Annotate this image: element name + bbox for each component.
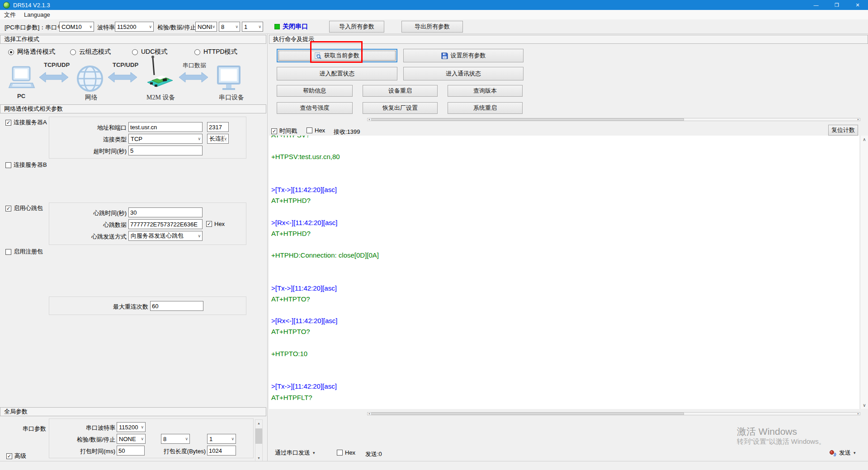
- panel-divider: [267, 34, 268, 461]
- terminal-line: [271, 239, 859, 250]
- conn-type-select[interactable]: TCP∨: [128, 134, 203, 144]
- heartbeat-hex-checkbox[interactable]: ✓ Hex: [206, 221, 225, 227]
- server-a-checkbox[interactable]: ✓ 连接服务器A: [5, 118, 47, 127]
- minimize-button[interactable]: —: [806, 0, 826, 10]
- scroll-left-icon[interactable]: ◄: [368, 118, 370, 121]
- mode-radio-cloud[interactable]: 云组态模式: [70, 48, 111, 56]
- send-hex-checkbox[interactable]: Hex: [337, 449, 355, 456]
- terminal-hscrollbar-bottom[interactable]: ◄ ►: [367, 412, 860, 415]
- server-a-address-input[interactable]: [128, 122, 203, 132]
- scroll-up-icon[interactable]: ∧: [860, 137, 868, 142]
- heartbeat-data-input[interactable]: [128, 219, 203, 229]
- device-restart-button[interactable]: 设备重启: [363, 85, 438, 97]
- terminal-view[interactable]: AT+HTPSV?+HTPSV:test.usr.cn,80>[Tx->][11…: [269, 136, 859, 409]
- parity-select[interactable]: NONI∨: [195, 22, 217, 32]
- mode-radio-httpd[interactable]: HTTPD模式: [194, 48, 237, 56]
- scrollbar-thumb[interactable]: [371, 413, 684, 415]
- chevron-down-icon: ∨: [185, 437, 188, 441]
- chevron-down-icon: ∨: [198, 136, 201, 141]
- scroll-left-icon[interactable]: ◄: [368, 412, 370, 415]
- send-button[interactable]: 发送 ▾: [829, 449, 856, 457]
- addr-port-label: 地址和端口: [68, 124, 127, 132]
- serial-port-label: [PC串口参数]：串口号: [5, 24, 63, 32]
- register-packet-checkbox[interactable]: 启用注册包: [5, 248, 43, 256]
- diagram-arrow3-label: 串口数据: [183, 61, 206, 70]
- terminal-vscrollbar[interactable]: ∧ ∨: [860, 136, 868, 409]
- scroll-up-icon[interactable]: ▲: [255, 420, 262, 427]
- scrollbar-thumb[interactable]: [371, 118, 684, 121]
- global-parity-label: 检验/数据/停止: [59, 436, 115, 444]
- heartbeat-mode-select[interactable]: 向服务器发送心跳包∨: [128, 231, 203, 241]
- mode-radio-net-passthrough[interactable]: 网络透传模式: [8, 48, 55, 56]
- left-panel-scrollbar[interactable]: ▲ ▼: [255, 419, 263, 462]
- stopbits-select[interactable]: 1∨: [242, 22, 263, 32]
- pack-len-input[interactable]: [207, 446, 236, 456]
- baud-select[interactable]: 115200∨: [115, 22, 154, 32]
- pack-time-input[interactable]: [117, 446, 145, 456]
- set-all-params-button[interactable]: 设置所有参数: [403, 49, 524, 62]
- conn-type-label: 连接类型: [68, 136, 127, 144]
- scroll-down-icon[interactable]: ∨: [860, 403, 868, 408]
- server-a-port-input[interactable]: [207, 122, 229, 132]
- scroll-down-icon[interactable]: ▼: [255, 455, 262, 461]
- terminal-line: AT+HTPHD?: [271, 228, 859, 239]
- scroll-right-icon[interactable]: ►: [857, 412, 859, 415]
- global-parity-select[interactable]: NONE∨: [117, 434, 146, 444]
- send-via-serial-dropdown[interactable]: 通过串口发送 ▾: [275, 449, 315, 457]
- terminal-line: [271, 261, 859, 272]
- scroll-right-icon[interactable]: ►: [857, 118, 859, 121]
- com-port-select[interactable]: COM10∨: [59, 22, 94, 32]
- radio-icon: [8, 49, 14, 55]
- enter-comm-state-button[interactable]: 进入通讯状态: [403, 67, 524, 80]
- dropdown-arrow-icon: ▾: [313, 451, 315, 455]
- maximize-button[interactable]: ❐: [826, 0, 847, 10]
- globe-network-icon: [76, 65, 104, 92]
- terminal-line: +HTPTO:10: [271, 348, 859, 359]
- chevron-down-icon: ∨: [141, 437, 144, 441]
- scrollbar-thumb[interactable]: [255, 428, 262, 444]
- terminal-line: >[Tx->][11:42:20][asc]: [271, 184, 859, 195]
- sent-count-label: 发送:0: [365, 450, 382, 458]
- chevron-down-icon: ∨: [198, 234, 201, 238]
- system-restart-button[interactable]: 系统重启: [448, 102, 523, 114]
- advanced-checkbox[interactable]: ✓ 高级: [6, 452, 26, 460]
- terminal-line: [271, 272, 859, 282]
- help-info-button[interactable]: 帮助信息: [277, 85, 353, 97]
- terminal-line: AT+HTPSV?: [271, 136, 859, 141]
- window-title: DR514 V2.1.3: [13, 2, 50, 9]
- diagram-node-network-label: 网络: [85, 94, 98, 102]
- timestamp-checkbox[interactable]: ✓ 时间戳: [271, 127, 297, 135]
- checkbox-icon: ✓: [271, 128, 277, 134]
- terminal-hex-checkbox[interactable]: Hex: [307, 127, 325, 134]
- conn-mode-select[interactable]: 长连接∨: [207, 134, 229, 144]
- timeout-label: 超时时间(秒): [68, 147, 127, 155]
- m2m-device-icon: [143, 54, 175, 93]
- import-params-button[interactable]: 导入所有参数: [329, 21, 384, 33]
- heartbeat-checkbox[interactable]: ✓ 启用心跳包: [5, 204, 43, 212]
- terminal-hscrollbar-top[interactable]: ◄ ►: [367, 118, 860, 121]
- menu-language[interactable]: Language: [20, 10, 54, 19]
- server-b-checkbox[interactable]: 连接服务器B: [5, 161, 47, 169]
- checkbox-icon: [337, 450, 343, 456]
- close-button[interactable]: ✕: [847, 0, 868, 10]
- title-bar: DR514 V2.1.3 — ❐ ✕: [0, 0, 868, 10]
- global-baud-select[interactable]: 115200∨: [117, 422, 146, 432]
- heartbeat-time-input[interactable]: [128, 207, 203, 217]
- serial-device-monitor-icon: [217, 66, 241, 92]
- reset-count-button[interactable]: 复位计数: [828, 125, 858, 136]
- query-signal-button[interactable]: 查信号强度: [277, 102, 353, 114]
- export-params-button[interactable]: 导出所有参数: [401, 21, 463, 33]
- max-reconnect-input[interactable]: [150, 301, 203, 311]
- global-stopbits-select[interactable]: 1∨: [207, 434, 236, 444]
- timeout-input[interactable]: [128, 146, 203, 155]
- factory-reset-button[interactable]: 恢复出厂设置: [363, 102, 438, 114]
- databits-select[interactable]: 8∨: [219, 22, 240, 32]
- get-params-button[interactable]: 获取当前参数: [277, 49, 397, 62]
- global-params-header: 全局参数: [0, 407, 266, 416]
- enter-config-state-button[interactable]: 进入配置状态: [277, 67, 397, 80]
- arrow-left-right-icon: [38, 71, 69, 84]
- close-serial-button[interactable]: 关闭串口: [283, 23, 308, 31]
- menu-file[interactable]: 文件: [0, 10, 20, 19]
- query-version-button[interactable]: 查询版本: [448, 85, 523, 97]
- global-databits-select[interactable]: 8∨: [161, 434, 190, 444]
